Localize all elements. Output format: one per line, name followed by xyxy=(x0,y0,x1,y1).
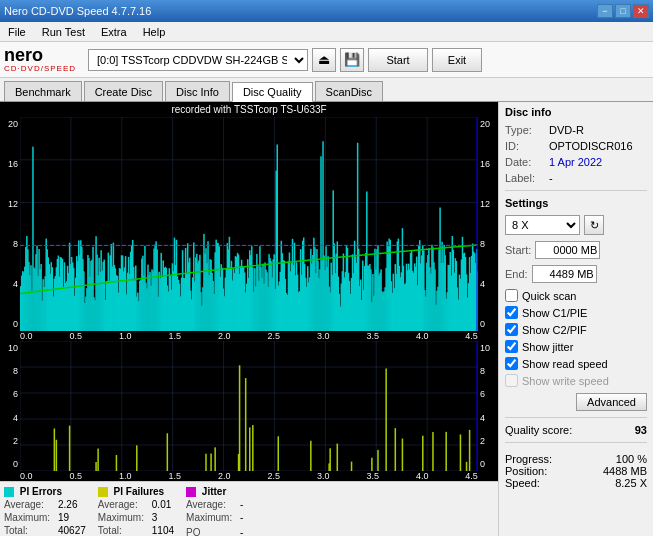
position-row: Position: 4488 MB xyxy=(505,465,647,477)
top-chart xyxy=(20,117,478,331)
show-jitter-row: Show jitter xyxy=(505,340,647,353)
progress-section: Progress: 100 % Position: 4488 MB Speed:… xyxy=(505,453,647,489)
close-btn[interactable]: ✕ xyxy=(633,4,649,18)
jitter-stats: Jitter Average: - Maximum: - PO failures… xyxy=(186,486,243,532)
tabs: Benchmark Create Disc Disc Info Disc Qua… xyxy=(0,78,653,102)
nero-logo: nero CD·DVD/SPEED xyxy=(4,46,76,73)
save-icon-btn[interactable]: 💾 xyxy=(340,48,364,72)
show-write-speed-row: Show write speed xyxy=(505,374,647,387)
titlebar: Nero CD-DVD Speed 4.7.7.16 − □ ✕ xyxy=(0,0,653,22)
end-mb-row: End: xyxy=(505,265,647,283)
titlebar-controls[interactable]: − □ ✕ xyxy=(597,4,649,18)
show-write-speed-checkbox xyxy=(505,374,518,387)
tab-scan-disc[interactable]: ScanDisc xyxy=(315,81,383,101)
exit-button[interactable]: Exit xyxy=(432,48,482,72)
nero-logo-text: nero xyxy=(4,46,76,64)
y-axis-right-top: 20 16 12 8 4 0 xyxy=(478,117,498,331)
tab-disc-quality[interactable]: Disc Quality xyxy=(232,82,313,102)
main-content: recorded with TSSTcorp TS-U633F 20 16 12… xyxy=(0,102,653,536)
menu-extra[interactable]: Extra xyxy=(97,24,131,40)
quick-scan-row: Quick scan xyxy=(505,289,647,302)
divider-2 xyxy=(505,417,647,418)
x-axis-top: 0.0 0.5 1.0 1.5 2.0 2.5 3.0 3.5 4.0 4.5 xyxy=(0,331,498,341)
y-axis-right-bottom: 10 8 6 4 2 0 xyxy=(478,341,498,471)
speed-row: Speed: 8.25 X xyxy=(505,477,647,489)
start-mb-row: Start: xyxy=(505,241,647,259)
chart-title: recorded with TSSTcorp TS-U633F xyxy=(0,102,498,117)
start-button[interactable]: Start xyxy=(368,48,428,72)
quick-scan-checkbox[interactable] xyxy=(505,289,518,302)
show-c2pif-row: Show C2/PIF xyxy=(505,323,647,336)
bottom-chart-canvas-area xyxy=(20,341,478,471)
show-jitter-checkbox[interactable] xyxy=(505,340,518,353)
refresh-speed-btn[interactable]: ↻ xyxy=(584,215,604,235)
settings-title: Settings xyxy=(505,197,647,209)
speed-selector[interactable]: 8 X xyxy=(505,215,580,235)
show-read-speed-row: Show read speed xyxy=(505,357,647,370)
show-c1pie-checkbox[interactable] xyxy=(505,306,518,319)
divider-3 xyxy=(505,442,647,443)
pi-errors-legend xyxy=(4,487,14,497)
menu-run-test[interactable]: Run Test xyxy=(38,24,89,40)
tab-benchmark[interactable]: Benchmark xyxy=(4,81,82,101)
right-panel: Disc info Type: DVD-R ID: OPTODISCR016 D… xyxy=(498,102,653,536)
pi-failures-legend xyxy=(98,487,108,497)
stats-row: PI Errors Average: 2.26 Maximum: 19 Tota… xyxy=(0,481,498,536)
quality-score-row: Quality score: 93 xyxy=(505,424,647,436)
nero-subtitle: CD·DVD/SPEED xyxy=(4,64,76,73)
drive-selector[interactable]: [0:0] TSSTcorp CDDVDW SH-224GB SB00 xyxy=(88,49,308,71)
show-c1pie-row: Show C1/PIE xyxy=(505,306,647,319)
disc-info-title: Disc info xyxy=(505,106,647,118)
x-axis-bottom: 0.0 0.5 1.0 1.5 2.0 2.5 3.0 3.5 4.0 4.5 xyxy=(0,471,498,481)
disc-id-row: ID: OPTODISCR016 xyxy=(505,140,647,152)
show-read-speed-checkbox[interactable] xyxy=(505,357,518,370)
y-axis-left-bottom: 10 8 6 4 2 0 xyxy=(0,341,20,471)
tab-create-disc[interactable]: Create Disc xyxy=(84,81,163,101)
divider-1 xyxy=(505,190,647,191)
maximize-btn[interactable]: □ xyxy=(615,4,631,18)
top-chart-canvas-area xyxy=(20,117,478,331)
menu-help[interactable]: Help xyxy=(139,24,170,40)
speed-setting-row: 8 X ↻ xyxy=(505,215,647,235)
bottom-chart xyxy=(20,341,478,471)
pi-failures-stats: PI Failures Average: 0.01 Maximum: 3 Tot… xyxy=(98,486,174,532)
toolbar: nero CD·DVD/SPEED [0:0] TSSTcorp CDDVDW … xyxy=(0,42,653,78)
titlebar-title: Nero CD-DVD Speed 4.7.7.16 xyxy=(4,5,151,17)
show-c2pif-checkbox[interactable] xyxy=(505,323,518,336)
minimize-btn[interactable]: − xyxy=(597,4,613,18)
pi-errors-stats: PI Errors Average: 2.26 Maximum: 19 Tota… xyxy=(4,486,86,532)
disc-type-row: Type: DVD-R xyxy=(505,124,647,136)
disc-label-row: Label: - xyxy=(505,172,647,184)
disc-date-row: Date: 1 Apr 2022 xyxy=(505,156,647,168)
app-title: Nero CD-DVD Speed 4.7.7.16 xyxy=(4,5,151,17)
jitter-legend xyxy=(186,487,196,497)
progress-row: Progress: 100 % xyxy=(505,453,647,465)
menubar: File Run Test Extra Help xyxy=(0,22,653,42)
menu-file[interactable]: File xyxy=(4,24,30,40)
advanced-button[interactable]: Advanced xyxy=(576,393,647,411)
start-mb-input[interactable] xyxy=(535,241,600,259)
eject-icon-btn[interactable]: ⏏ xyxy=(312,48,336,72)
tab-disc-info[interactable]: Disc Info xyxy=(165,81,230,101)
end-mb-input[interactable] xyxy=(532,265,597,283)
y-axis-left-top: 20 16 12 8 4 0 xyxy=(0,117,20,331)
